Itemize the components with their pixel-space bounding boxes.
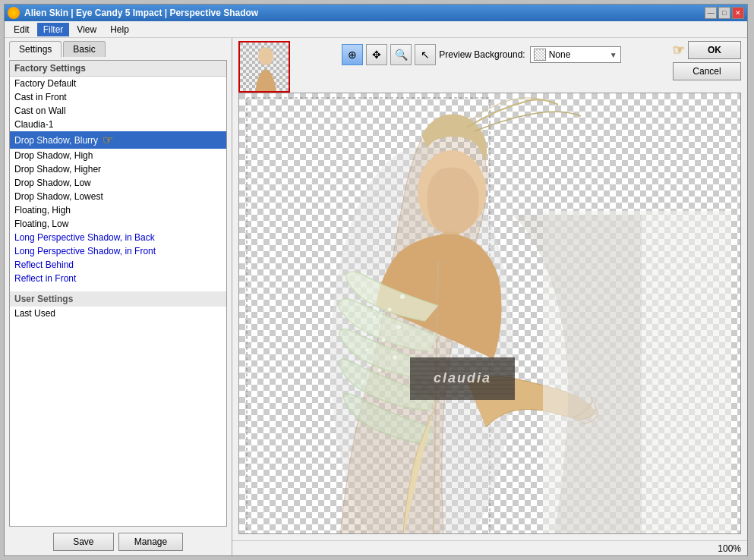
manage-button[interactable]: Manage — [118, 533, 183, 551]
settings-list-container: Factory Settings Factory Default Cast in… — [9, 60, 227, 527]
user-settings-header: User Settings — [10, 291, 226, 307]
list-item[interactable]: Cast in Front — [10, 90, 226, 104]
svg-point-24 — [361, 380, 364, 383]
tab-basic[interactable]: Basic — [63, 41, 105, 57]
list-item[interactable]: Long Perspective Shadow, in Back — [10, 231, 226, 244]
thumbnail-svg — [240, 42, 290, 93]
dropdown-value: None — [549, 49, 571, 60]
settings-list[interactable]: Factory Default Cast in Front Cast on Wa… — [10, 77, 226, 522]
list-item[interactable]: Reflect in Front — [10, 272, 226, 285]
dropdown-swatch — [534, 49, 546, 61]
svg-point-20 — [382, 338, 386, 342]
window-title: Alien Skin | Eye Candy 5 Impact | Perspe… — [24, 8, 258, 18]
list-item-selected[interactable]: Drop Shadow, Blurry ☞ — [10, 131, 226, 149]
window-controls: — □ ✕ — [705, 7, 744, 19]
zoom-level: 100% — [718, 543, 741, 554]
minimize-button[interactable]: — — [705, 7, 717, 19]
preview-background-area: Preview Background: None ▼ — [439, 46, 620, 63]
status-bar: 100% — [232, 540, 747, 555]
svg-point-18 — [373, 316, 376, 319]
close-button[interactable]: ✕ — [732, 7, 744, 19]
main-content: Settings Basic Factory Settings Factory … — [5, 38, 747, 555]
list-item[interactable]: Cast on Wall — [10, 104, 226, 118]
menu-help[interactable]: Help — [104, 23, 135, 36]
left-panel: Settings Basic Factory Settings Factory … — [5, 38, 232, 555]
tool-select[interactable]: ↖ — [415, 44, 436, 65]
ok-cancel-area: ☞ OK Cancel — [673, 41, 741, 80]
selection-cursor-icon: ☞ — [103, 133, 113, 147]
title-bar: Alien Skin | Eye Candy 5 Impact | Perspe… — [5, 5, 747, 21]
svg-text:claudia: claudia — [434, 370, 491, 385]
menu-view[interactable]: View — [71, 23, 103, 36]
preview-thumbnail — [238, 41, 290, 93]
svg-point-21 — [365, 348, 368, 351]
preview-canvas-svg: claudia — [239, 93, 740, 533]
tool-zoom[interactable]: 🔍 — [390, 44, 412, 65]
list-item[interactable]: Reflect Behind — [10, 258, 226, 272]
menu-filter[interactable]: Filter — [37, 23, 70, 36]
canvas-area: claudia — [238, 93, 741, 534]
list-item[interactable]: Floating, Low — [10, 217, 226, 231]
top-right-area: ⊕ ✥ 🔍 ↖ Preview Background: None ▼ — [232, 38, 747, 93]
tab-bar: Settings Basic — [5, 38, 232, 57]
maximize-button[interactable]: □ — [718, 7, 730, 19]
tool-hand[interactable]: ✥ — [366, 44, 387, 65]
cancel-button[interactable]: Cancel — [673, 62, 741, 80]
app-icon — [8, 7, 20, 19]
list-item-last-used[interactable]: Last Used — [10, 307, 226, 320]
save-button[interactable]: Save — [53, 533, 114, 551]
svg-point-22 — [393, 355, 397, 360]
list-item[interactable]: Long Perspective Shadow, in Front — [10, 244, 226, 258]
ok-cursor-icon: ☞ — [673, 42, 685, 58]
main-window: Alien Skin | Eye Candy 5 Impact | Perspe… — [4, 4, 748, 556]
list-item[interactable]: Drop Shadow, High — [10, 149, 226, 162]
menu-edit[interactable]: Edit — [8, 23, 36, 36]
list-item[interactable]: Drop Shadow, Lowest — [10, 190, 226, 203]
chevron-down-icon: ▼ — [610, 51, 617, 59]
svg-point-23 — [378, 369, 382, 373]
list-item[interactable]: Drop Shadow, Low — [10, 176, 226, 190]
settings-list-header: Factory Settings — [10, 61, 226, 77]
list-item[interactable]: Factory Default — [10, 77, 226, 90]
preview-bg-dropdown[interactable]: None ▼ — [530, 46, 621, 63]
svg-point-17 — [388, 308, 392, 312]
list-item[interactable]: Claudia-1 — [10, 118, 226, 131]
menu-bar: Edit Filter View Help — [5, 21, 747, 38]
right-panel: ⊕ ✥ 🔍 ↖ Preview Background: None ▼ — [232, 38, 747, 555]
preview-bg-label: Preview Background: — [439, 49, 525, 60]
tool-zoom-in[interactable]: ⊕ — [342, 44, 363, 65]
ok-button[interactable]: OK — [688, 41, 741, 59]
list-item[interactable]: Floating, High — [10, 203, 226, 217]
toolbar: ⊕ ✥ 🔍 ↖ Preview Background: None ▼ — [336, 41, 626, 68]
left-buttons: Save Manage — [5, 528, 232, 555]
svg-point-19 — [396, 325, 401, 329]
tab-settings[interactable]: Settings — [9, 41, 62, 58]
svg-point-16 — [400, 294, 405, 299]
svg-point-6 — [258, 47, 273, 65]
list-item[interactable]: Drop Shadow, Higher — [10, 162, 226, 176]
